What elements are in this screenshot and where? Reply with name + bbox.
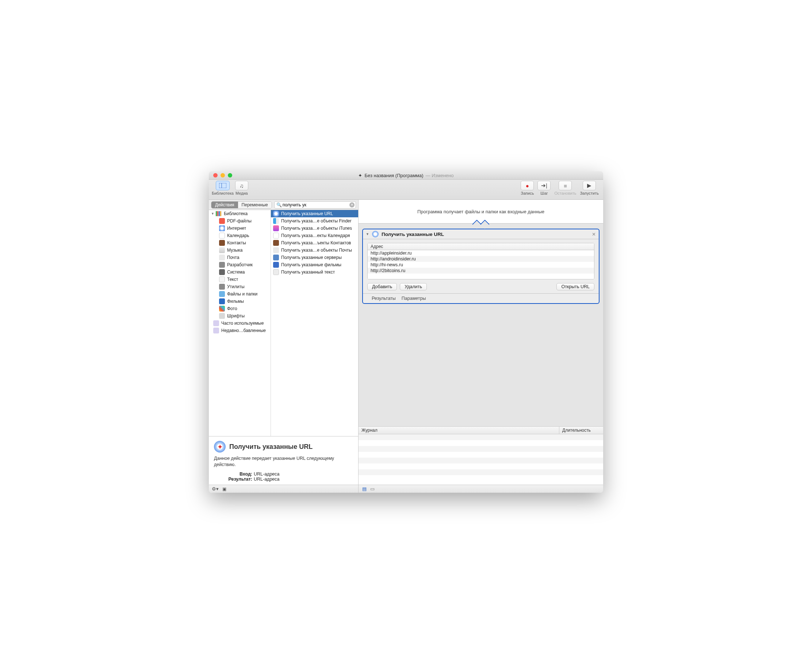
stop-button[interactable]: ■ — [559, 181, 572, 190]
options-tab[interactable]: Параметры — [402, 296, 426, 301]
category-label: Почта — [227, 255, 239, 260]
action-info-panel: ✦ Получить указанные URL Данное действие… — [209, 436, 358, 485]
log-duration-header[interactable]: Длительность — [559, 426, 603, 434]
category-label: Контакты — [227, 240, 246, 246]
action-card-title: Получить указанные URL — [382, 231, 444, 237]
smart-folder-icon — [213, 320, 219, 326]
action-list-item[interactable]: Получить указа…е объекты iTunes — [271, 225, 358, 232]
util-icon — [219, 284, 225, 290]
remove-url-button[interactable]: Удалить — [400, 283, 427, 290]
action-list-item[interactable]: Получить указа…е объекты Finder — [271, 217, 358, 225]
action-label: Получить указанные серверы — [281, 255, 342, 260]
contacts-icon — [273, 240, 279, 246]
media-button[interactable]: ♫ — [235, 181, 248, 190]
cal-icon — [273, 233, 279, 239]
library-icon — [216, 211, 222, 216]
media-button-label: Медиа — [235, 191, 248, 195]
contacts-icon — [219, 240, 225, 246]
url-row[interactable]: http://androidinsider.ru — [368, 256, 594, 262]
record-label: Запись — [521, 191, 534, 195]
log-journal-header[interactable]: Журнал — [359, 426, 559, 434]
gear-menu-button[interactable]: ⚙︎▾ — [212, 486, 219, 491]
category-item[interactable]: Утилиты — [209, 283, 271, 290]
action-label: Получить указа…е объекты iTunes — [281, 226, 352, 231]
category-item[interactable]: Календарь — [209, 232, 271, 239]
log-panel: Журнал Длительность — [359, 426, 603, 485]
workflow-input-label: Программа получает файлы и папки как вхо… — [417, 209, 544, 215]
action-list-item[interactable]: Получить указа…ъекты Контактов — [271, 239, 358, 247]
category-item[interactable]: Шрифты — [209, 312, 271, 320]
open-url-button[interactable]: Открыть URL — [556, 283, 594, 290]
music-icon — [219, 247, 225, 253]
action-label: Получить указа…екты Календаря — [281, 233, 350, 238]
media-icon: ♫ — [240, 182, 244, 189]
cal-icon — [219, 233, 225, 239]
toggle-library-button[interactable] — [216, 181, 230, 190]
action-label: Получить указанный текст — [281, 270, 335, 275]
action-list-item[interactable]: Получить указанные серверы — [271, 254, 358, 261]
category-label: Файлы и папки — [227, 291, 257, 296]
svg-rect-0 — [219, 183, 226, 188]
category-item[interactable]: Музыка — [209, 247, 271, 254]
category-item[interactable]: Текст — [209, 276, 271, 283]
remove-action-button[interactable]: ✕ — [592, 231, 596, 237]
pdf-icon — [219, 218, 225, 224]
category-label: Утилиты — [227, 284, 245, 289]
tab-actions[interactable]: Действия — [211, 202, 238, 208]
category-item[interactable]: Почта — [209, 254, 271, 261]
category-item[interactable]: Фильмы — [209, 298, 271, 305]
category-list[interactable]: ▼ Библиотека PDF-файлыИнтернетКалендарьК… — [209, 210, 271, 436]
action-list-item[interactable]: Получить указа…е объекты Почты — [271, 247, 358, 254]
action-list-item[interactable]: Получить указанный текст — [271, 269, 358, 276]
action-label: Получить указа…е объекты Почты — [281, 247, 352, 253]
category-label: Фильмы — [227, 299, 244, 304]
group-label: Недавно…бавленные — [221, 328, 266, 333]
category-item[interactable]: Фото — [209, 305, 271, 312]
workflow-view-button[interactable]: ▤ — [362, 486, 367, 491]
add-url-button[interactable]: Добавить — [367, 283, 397, 290]
url-row[interactable]: http://2bitcoins.ru — [368, 268, 594, 273]
disclosure-triangle-icon[interactable]: ▼ — [211, 212, 214, 215]
category-item[interactable]: Контакты — [209, 239, 271, 247]
dev-icon — [219, 262, 225, 268]
category-label: Интернет — [227, 226, 246, 231]
record-button[interactable]: ● — [521, 181, 534, 190]
photo-icon — [219, 306, 225, 312]
category-item[interactable]: Разработчик — [209, 261, 271, 269]
step-button[interactable]: ➔| — [538, 181, 551, 190]
action-list-item[interactable]: Получить указанные URL — [271, 210, 358, 217]
category-item[interactable]: PDF-файлы — [209, 217, 271, 225]
server-icon — [273, 255, 279, 260]
results-tab[interactable]: Результаты — [372, 296, 396, 301]
category-item[interactable]: Файлы и папки — [209, 290, 271, 298]
action-list-item[interactable]: Получить указа…екты Календаря — [271, 232, 358, 239]
workflow-canvas[interactable]: ▼ Получить указанные URL ✕ Адрес http://… — [359, 223, 603, 426]
url-row[interactable]: http://appleinsider.ru — [368, 250, 594, 256]
action-card[interactable]: ▼ Получить указанные URL ✕ Адрес http://… — [362, 229, 599, 304]
smart-group-item[interactable]: Часто используемые — [209, 320, 271, 327]
run-button[interactable]: ▶ — [583, 181, 596, 190]
library-mode-segmented[interactable]: Действия Переменные — [211, 201, 272, 208]
smart-group-item[interactable]: Недавно…бавленные — [209, 327, 271, 334]
info-input-label: Вход: — [214, 472, 252, 477]
step-icon: ➔| — [541, 182, 547, 189]
url-table[interactable]: Адрес http://appleinsider.ruhttp://andro… — [367, 243, 594, 279]
action-label: Получить указа…ъекты Контактов — [281, 240, 351, 246]
category-item[interactable]: Интернет — [209, 225, 271, 232]
category-item[interactable]: Система — [209, 269, 271, 276]
disclosure-triangle-icon[interactable]: ▼ — [366, 232, 369, 236]
action-list-item[interactable]: Получить указанные фильмы — [271, 261, 358, 269]
workflow-input-zone[interactable]: Программа получает файлы и папки как вхо… — [359, 200, 603, 223]
category-label: PDF-файлы — [227, 218, 252, 223]
action-list[interactable]: Получить указанные URLПолучить указа…е о… — [271, 210, 358, 436]
log-view-button[interactable]: ▭ — [370, 486, 375, 491]
tab-variables[interactable]: Переменные — [238, 202, 272, 208]
clear-search-button[interactable]: ✕ — [349, 202, 354, 207]
library-root[interactable]: ▼ Библиотека — [209, 210, 271, 217]
toggle-info-button[interactable]: ▣ — [222, 487, 226, 491]
step-label: Шаг — [540, 191, 548, 195]
play-icon: ▶ — [587, 182, 591, 189]
category-label: Система — [227, 270, 245, 275]
url-row[interactable]: http://hi-news.ru — [368, 262, 594, 268]
search-input[interactable] — [274, 201, 356, 208]
